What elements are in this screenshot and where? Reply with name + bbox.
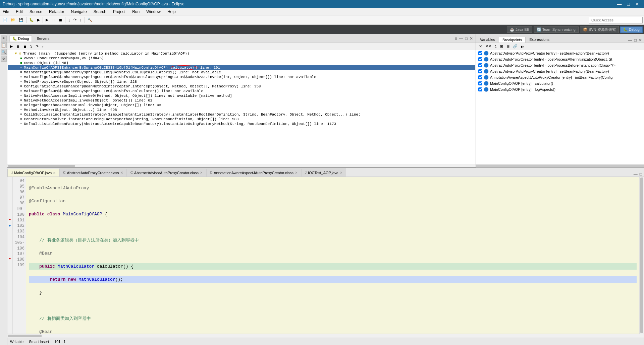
bp-check-0[interactable] — [478, 51, 482, 55]
stack-frame-9[interactable]: ≡ Method.invoke(Object, Object...) line:… — [8, 108, 475, 112]
tab-abstract-advisor[interactable]: C AbstractAdvisorAutoProxyCreator.class … — [127, 168, 206, 177]
bp-maximize[interactable]: □ — [634, 38, 637, 43]
debug-terminate[interactable]: ⏹ — [22, 43, 28, 50]
tab-close-main[interactable]: ✕ — [53, 171, 56, 175]
stack-frame-11[interactable]: ≡ ConstructorResolver.instantiateUsingFa… — [8, 117, 475, 122]
expressions-tab[interactable]: Expressions — [526, 37, 553, 43]
menu-edit[interactable]: Edit — [14, 9, 24, 14]
debug-tree[interactable]: ▼ ⚙ Thread [main] (Suspended (entry into… — [7, 50, 476, 164]
debug-close[interactable]: ✕ — [469, 36, 474, 41]
bp-check-6[interactable] — [478, 87, 482, 91]
tab-close-abstract-auto[interactable]: ✕ — [120, 171, 123, 175]
bp-close[interactable]: ✕ — [638, 38, 643, 43]
perspective-team-sync[interactable]: 🔄 Team Synchronizing — [534, 26, 579, 33]
stack-owns1[interactable]: ■ owns: ConcurrentHashMap<K,V> (id=45) — [8, 56, 475, 61]
servers-tab[interactable]: Servers — [34, 36, 52, 41]
bp-skip-all[interactable]: ⏭ — [520, 43, 526, 50]
sidebar-icon-2[interactable]: 📋 — [1, 42, 7, 48]
stack-frame-main[interactable]: ≡ MainConfigOfAOP$$EnhancerBySpringCGLIB… — [8, 65, 475, 70]
code-content[interactable]: @EnableAspectJAutoProxy @Configuration p… — [26, 177, 639, 334]
menu-window[interactable]: Window — [145, 9, 162, 14]
stack-frame-2[interactable]: ≡ MainConfigOfAOP$$EnhancerBySpringCGLIB… — [8, 75, 475, 79]
stack-owns2[interactable]: ■ owns: Object (id=46) — [8, 61, 475, 65]
step-into-button[interactable]: ⤵ — [67, 16, 71, 24]
stack-frame-4[interactable]: ≡ ConfigurationClassEnhancer$BeanMethodI… — [8, 84, 475, 89]
open-button[interactable]: 📂 — [9, 16, 17, 24]
bp-item-6[interactable]: 🔵 MainConfigOfAOP [entry] - logAspects() — [476, 86, 644, 92]
bp-item-3[interactable]: 🔵 AbstractAdvisorAutoProxyCreator [entry… — [476, 68, 644, 74]
run-button[interactable]: ▶ — [36, 16, 41, 24]
debug-suspend[interactable]: ⏸ — [15, 43, 21, 50]
perspective-javaee[interactable]: ☕ Java EE — [507, 26, 532, 33]
editor-maximize[interactable]: □ — [639, 172, 643, 177]
debug-ctrl-1[interactable]: ≡ — [454, 36, 458, 41]
menu-refactor[interactable]: Refactor — [48, 9, 65, 14]
new-button[interactable]: 📄 — [1, 16, 9, 24]
perspective-svn[interactable]: 📦 SVN 资源库研究 — [580, 26, 619, 33]
bp-item-1[interactable]: 🔵 AbstractAutoProxyCreator [entry] - pos… — [476, 56, 644, 62]
bp-check-1[interactable] — [478, 57, 482, 61]
debug-step-return[interactable]: ↑ — [41, 43, 45, 50]
sidebar-icon-4[interactable]: ⚙ — [1, 56, 7, 62]
tab-close-ioc-test[interactable]: ✕ — [340, 171, 342, 175]
editor-minimize[interactable]: — — [633, 172, 638, 177]
build-button[interactable]: 🔨 — [86, 16, 94, 24]
menu-navigate[interactable]: Navigate — [69, 9, 88, 14]
editor-scrollbar-h[interactable] — [7, 334, 644, 338]
debug-scrollbar-h[interactable] — [7, 164, 476, 167]
tab-abstract-auto[interactable]: C AbstractAutoProxyCreator.class ✕ — [59, 168, 127, 177]
menu-help[interactable]: Help — [166, 9, 177, 14]
menu-file[interactable]: File — [1, 9, 10, 14]
stack-frame-6[interactable]: ≡ NativeMethodAccessorImpl.invoke0(Metho… — [8, 93, 475, 98]
debug-thread[interactable]: ▼ ⚙ Thread [main] (Suspended (entry into… — [8, 51, 475, 56]
bp-check-3[interactable] — [478, 69, 482, 73]
debug-step-into[interactable]: ⤵ — [29, 43, 34, 50]
stack-frame-8[interactable]: ≡ DelegatingMethodAccessorImpl.invoke(Ob… — [8, 103, 475, 108]
bp-item-4[interactable]: 🔵 AnnotationAwareAspectJAutoProxyCreator… — [476, 74, 644, 80]
stack-frame-10[interactable]: ≡ CglibSubclassingInstantiationStrategy(… — [8, 112, 475, 117]
bp-collapse-all[interactable]: ⊟ — [505, 43, 511, 50]
sidebar-icon-3[interactable]: 🔍 — [1, 49, 7, 55]
perspective-debug[interactable]: 🐛 Debug — [620, 26, 643, 33]
suspend-button[interactable]: ⏸ — [50, 16, 57, 24]
menu-project[interactable]: Project — [112, 9, 127, 14]
tab-ioc-test[interactable]: J IOCTest_AOP.java ✕ — [301, 168, 346, 177]
stack-frame-1[interactable]: ≡ MainConfigOfAOP$$EnhancerBySpringCGLIB… — [8, 70, 475, 75]
step-return-button[interactable]: ↑ — [78, 16, 83, 24]
debug-step-over[interactable]: ↷ — [34, 43, 40, 50]
stack-frame-12[interactable]: ≡ DefaultListableBeanFactory(AbstractAut… — [8, 122, 475, 126]
debug-minimize[interactable]: — — [459, 36, 464, 41]
sidebar-icon-1[interactable]: ≡ — [1, 36, 7, 42]
tab-annotation-aware[interactable]: C AnnotationAwareAspectJAutoProxyCreator… — [206, 168, 301, 177]
bp-expand-all[interactable]: ⊞ — [499, 43, 504, 50]
stack-frame-3[interactable]: ≡ MethodProxy.invokeSuper(Object, Object… — [8, 79, 475, 84]
bp-show-in-source[interactable]: ⤵ — [493, 43, 498, 50]
debug-resume[interactable]: ▶ — [9, 43, 14, 50]
debug-maximize[interactable]: □ — [465, 36, 468, 41]
bp-check-5[interactable] — [478, 81, 482, 85]
stack-frame-5[interactable]: ≡ MainConfigOfAOP$$EnhancerBySpringCGLIB… — [8, 89, 475, 93]
stack-frame-7[interactable]: ≡ NativeMethodAccessorImpl.invoke(Object… — [8, 98, 475, 103]
tab-main-config[interactable]: J MainConfigOfAOP.java ✕ — [7, 169, 59, 177]
tab-close-abstract-advisor[interactable]: ✕ — [200, 171, 203, 175]
bp-check-4[interactable] — [478, 75, 482, 79]
maximize-button[interactable]: □ — [625, 1, 632, 7]
breakpoints-tab[interactable]: Breakpoints — [499, 37, 526, 43]
terminate-button[interactable]: ⏹ — [57, 16, 64, 24]
bp-minimize[interactable]: — — [628, 38, 633, 43]
bp-item-5[interactable]: 🔵 MainConfigOfAOP [entry] - calculator() — [476, 80, 644, 86]
bp-item-2[interactable]: 🔵 AbstractAutoProxyCreator [entry] - pos… — [476, 62, 644, 68]
debug-tab[interactable]: 🐛 Debug — [9, 36, 32, 42]
bp-link-with-debug[interactable]: 🔗 — [512, 43, 519, 50]
bp-scrollbar[interactable] — [476, 165, 644, 167]
menu-source[interactable]: Source — [28, 9, 44, 14]
bp-remove-all[interactable]: ✕✕ — [484, 43, 493, 50]
variables-tab[interactable]: Variables — [476, 37, 499, 43]
bp-check-2[interactable] — [478, 63, 482, 67]
bp-remove[interactable]: ✕ — [478, 43, 483, 50]
menu-search[interactable]: Search — [92, 9, 108, 14]
step-over-button[interactable]: ↷ — [72, 16, 78, 24]
editor-scrollbar-v[interactable] — [639, 177, 644, 334]
quick-access-input[interactable]: Quick Access — [589, 17, 643, 23]
menu-run[interactable]: Run — [131, 9, 141, 14]
